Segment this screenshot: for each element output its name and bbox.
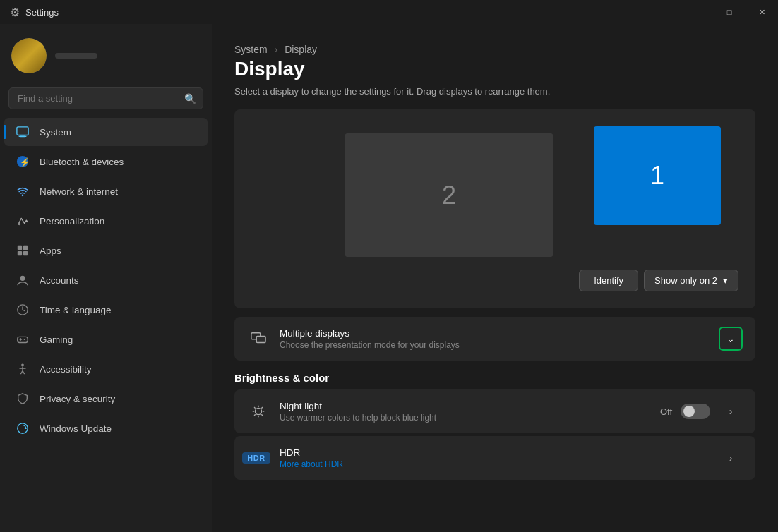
svg-rect-8 bbox=[23, 246, 28, 250]
accessibility-icon bbox=[16, 362, 30, 376]
night-light-chevron[interactable]: › bbox=[719, 399, 743, 423]
night-light-row[interactable]: Night light Use warmer colors to help bl… bbox=[234, 389, 755, 433]
time-icon bbox=[16, 303, 30, 317]
app-body: 🔍 System ⚡ Bluetooth & devices Network &… bbox=[0, 24, 778, 532]
svg-line-35 bbox=[261, 414, 263, 416]
breadcrumb: System › Display bbox=[234, 44, 755, 55]
display-preview-container: 2 1 Identify Show only on 2 ▾ bbox=[234, 109, 755, 308]
night-light-desc: Use warmer colors to help block blue lig… bbox=[280, 413, 660, 423]
hdr-link[interactable]: More about HDR bbox=[280, 459, 343, 469]
sidebar-item-accounts-label: Accounts bbox=[40, 275, 79, 286]
multiple-displays-action: ⌄ bbox=[719, 327, 743, 351]
svg-line-34 bbox=[254, 407, 256, 409]
sidebar-item-time[interactable]: Time & language bbox=[4, 296, 208, 324]
multiple-displays-icon bbox=[247, 327, 270, 350]
network-icon bbox=[16, 184, 30, 198]
svg-line-23 bbox=[20, 371, 23, 375]
sidebar-item-gaming-label: Gaming bbox=[40, 334, 73, 345]
hdr-action: › bbox=[719, 446, 743, 470]
apps-icon bbox=[16, 243, 30, 258]
maximize-button[interactable]: □ bbox=[713, 0, 746, 24]
svg-rect-0 bbox=[17, 127, 28, 135]
identify-button[interactable]: Identify bbox=[579, 270, 638, 291]
multiple-displays-text: Multiple displays Choose the presentatio… bbox=[280, 328, 719, 350]
svg-point-5 bbox=[22, 195, 24, 197]
personalization-icon bbox=[16, 214, 30, 228]
profile-name[interactable] bbox=[55, 53, 97, 59]
svg-rect-28 bbox=[256, 336, 265, 342]
sidebar-item-system[interactable]: System bbox=[4, 118, 208, 146]
sidebar-item-gaming[interactable]: Gaming bbox=[4, 325, 208, 353]
monitor-1[interactable]: 1 bbox=[594, 126, 721, 225]
sidebar-item-privacy-label: Privacy & security bbox=[40, 394, 115, 404]
search-box: 🔍 bbox=[8, 87, 203, 109]
profile-section bbox=[0, 30, 212, 85]
night-light-toggle[interactable] bbox=[681, 404, 710, 419]
monitor-2[interactable]: 2 bbox=[345, 133, 553, 257]
svg-line-24 bbox=[23, 371, 25, 375]
night-light-action: Off › bbox=[660, 399, 743, 423]
sidebar-item-personalization[interactable]: Personalization bbox=[4, 207, 208, 235]
sidebar-item-accounts[interactable]: Accounts bbox=[4, 266, 208, 294]
search-input[interactable] bbox=[8, 87, 203, 109]
page-title: Display bbox=[234, 58, 755, 80]
update-icon bbox=[16, 421, 30, 435]
show-only-chevron-icon: ▾ bbox=[723, 275, 728, 286]
night-light-title: Night light bbox=[280, 401, 660, 411]
bluetooth-icon: ⚡ bbox=[16, 155, 30, 169]
search-icon: 🔍 bbox=[184, 93, 196, 104]
breadcrumb-parent[interactable]: System bbox=[234, 44, 268, 55]
hdr-chevron[interactable]: › bbox=[719, 446, 743, 470]
night-light-status: Off bbox=[660, 406, 672, 417]
hdr-icon: HDR bbox=[247, 447, 270, 469]
svg-rect-10 bbox=[23, 251, 28, 255]
sidebar-item-network[interactable]: Network & internet bbox=[4, 177, 208, 205]
close-button[interactable]: ✕ bbox=[746, 0, 778, 24]
privacy-icon bbox=[16, 392, 30, 406]
svg-point-6 bbox=[18, 223, 21, 226]
night-light-text: Night light Use warmer colors to help bl… bbox=[280, 401, 660, 423]
sidebar-item-apps[interactable]: Apps bbox=[4, 236, 208, 265]
multiple-displays-row[interactable]: Multiple displays Choose the presentatio… bbox=[234, 317, 755, 361]
sidebar-item-network-label: Network & internet bbox=[40, 186, 118, 197]
sidebar-item-update-label: Windows Update bbox=[40, 423, 112, 434]
toggle-knob bbox=[683, 406, 695, 417]
minimize-button[interactable]: — bbox=[681, 0, 713, 24]
hdr-row[interactable]: HDR HDR More about HDR › bbox=[234, 436, 755, 480]
svg-rect-9 bbox=[18, 251, 22, 255]
page-subtitle: Select a display to change the settings … bbox=[234, 86, 755, 97]
breadcrumb-separator: › bbox=[275, 44, 281, 55]
titlebar-title: Settings bbox=[25, 7, 59, 18]
svg-point-29 bbox=[255, 408, 261, 414]
settings-icon: ⚙ bbox=[10, 6, 20, 19]
display-monitors: 2 1 bbox=[251, 126, 738, 257]
breadcrumb-current: Display bbox=[285, 44, 317, 55]
system-icon bbox=[16, 125, 30, 139]
sidebar-item-bluetooth[interactable]: ⚡ Bluetooth & devices bbox=[4, 147, 208, 176]
show-only-dropdown[interactable]: Show only on 2 ▾ bbox=[644, 270, 738, 291]
content-area: System › Display Display Select a displa… bbox=[212, 24, 778, 532]
show-only-label: Show only on 2 bbox=[654, 275, 717, 286]
svg-point-11 bbox=[20, 276, 25, 281]
night-light-icon bbox=[247, 400, 270, 423]
svg-line-14 bbox=[23, 310, 25, 311]
titlebar-left: ⚙ Settings bbox=[10, 6, 59, 19]
avatar[interactable] bbox=[11, 38, 47, 73]
svg-text:⚡: ⚡ bbox=[20, 157, 30, 167]
hdr-title: HDR bbox=[280, 447, 719, 458]
sidebar-item-system-label: System bbox=[40, 127, 71, 138]
hdr-text: HDR More about HDR bbox=[280, 447, 719, 469]
gaming-icon bbox=[16, 332, 30, 346]
sidebar-item-accessibility[interactable]: Accessibility bbox=[4, 355, 208, 383]
sidebar: 🔍 System ⚡ Bluetooth & devices Network &… bbox=[0, 24, 212, 532]
multiple-displays-title: Multiple displays bbox=[280, 328, 719, 339]
sidebar-item-update[interactable]: Windows Update bbox=[4, 414, 208, 442]
sidebar-item-personalization-label: Personalization bbox=[40, 216, 104, 226]
svg-point-17 bbox=[24, 339, 25, 340]
svg-line-37 bbox=[254, 414, 256, 416]
svg-rect-7 bbox=[18, 246, 22, 250]
accounts-icon bbox=[16, 273, 30, 287]
svg-point-20 bbox=[21, 364, 24, 367]
sidebar-item-privacy[interactable]: Privacy & security bbox=[4, 385, 208, 413]
multiple-displays-expand-button[interactable]: ⌄ bbox=[719, 327, 743, 351]
